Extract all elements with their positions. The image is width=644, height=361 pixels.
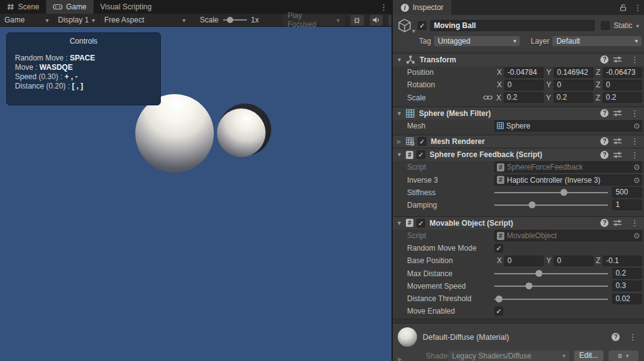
presets-icon[interactable]	[613, 152, 622, 158]
rotation-x-field[interactable]: 0	[504, 80, 544, 90]
damping-slider[interactable]	[494, 200, 608, 210]
max-distance-slider[interactable]	[494, 268, 608, 279]
random-move-mode-checkbox[interactable]	[494, 244, 503, 253]
material-foldout-icon[interactable]	[396, 356, 403, 361]
scale-slider[interactable]	[223, 16, 247, 24]
distance-threshold-slider[interactable]	[494, 294, 608, 304]
movement-speed-value-field[interactable]: 0.3	[612, 281, 642, 291]
shader-dropdown[interactable]: Legacy Shaders/Diffuse	[448, 350, 569, 361]
foldout-closed-icon[interactable]	[396, 138, 403, 145]
static-checkbox[interactable]	[601, 21, 610, 30]
tab-scene[interactable]: Scene	[0, 0, 46, 14]
base-position-x-field[interactable]: 0	[504, 256, 544, 266]
scale-slider-knob[interactable]	[227, 17, 233, 23]
shader-edit-button[interactable]: Edit...	[574, 350, 603, 361]
mesh-object-field[interactable]: Sphere	[494, 120, 642, 132]
scale-x-field[interactable]: 0.2	[504, 92, 544, 103]
foldout-open-icon[interactable]	[396, 110, 403, 117]
component-menu-icon[interactable]	[627, 55, 642, 64]
game-panel-menu-icon[interactable]	[376, 0, 392, 14]
gameobject-active-checkbox[interactable]	[418, 21, 426, 30]
stiffness-value-field[interactable]: 500	[612, 187, 642, 198]
base-position-z-field[interactable]: -0.1	[603, 256, 642, 266]
axis-y-label: Y	[546, 80, 551, 89]
foldout-open-icon[interactable]	[396, 220, 403, 226]
foldout-open-icon[interactable]	[396, 152, 403, 158]
max-distance-slider-knob[interactable]	[536, 270, 542, 277]
movement-speed-slider-knob[interactable]	[526, 282, 532, 289]
distance-threshold-slider-knob[interactable]	[496, 296, 502, 302]
game-viewport[interactable]: Controls Random Move : SPACE Move : WASD…	[0, 27, 392, 361]
constrain-proportions-link-icon[interactable]	[483, 95, 493, 100]
mesh-filter-header[interactable]: Sphere (Mesh Filter)	[393, 107, 644, 120]
display-dropdown[interactable]: Display 1	[53, 14, 99, 26]
component-menu-icon[interactable]	[627, 137, 642, 146]
help-icon[interactable]	[600, 151, 608, 159]
inspector-lock-button[interactable]	[617, 0, 630, 15]
mesh-renderer-enabled-checkbox[interactable]	[418, 137, 426, 146]
position-z-field[interactable]: -0.06473	[603, 67, 642, 78]
tab-visual-scripting[interactable]: Visual Scripting	[94, 0, 159, 14]
aspect-ratio-dropdown[interactable]: Free Aspect	[99, 14, 190, 26]
presets-icon[interactable]	[613, 219, 622, 226]
gameobject-name-field[interactable]: Moving Ball	[430, 20, 595, 31]
position-x-field[interactable]: -0.04784	[504, 67, 544, 78]
movable-object-header[interactable]: Movable Object (Script)	[393, 216, 644, 229]
distance-threshold-value-field[interactable]: 0.02	[612, 294, 642, 304]
help-icon[interactable]	[612, 333, 620, 341]
rotation-z-field[interactable]: 0	[603, 80, 642, 90]
object-picker-icon[interactable]	[633, 163, 640, 171]
inverse3-object-field[interactable]: Haptic Controller (Inverse 3)	[494, 175, 642, 186]
scale-z-field[interactable]: 0.2	[603, 92, 643, 103]
presets-icon[interactable]	[613, 110, 622, 117]
presets-icon[interactable]	[613, 138, 622, 145]
damping-slider-knob[interactable]	[529, 201, 536, 208]
presets-icon[interactable]	[613, 56, 622, 63]
max-distance-value-field[interactable]: 0.2	[612, 268, 642, 279]
material-list-button[interactable]	[608, 350, 638, 361]
transform-header[interactable]: Transform	[393, 53, 644, 66]
stiffness-slider-knob[interactable]	[560, 189, 567, 196]
material-header[interactable]: Default-Diffuse (Material)	[393, 324, 644, 347]
layer-dropdown[interactable]: Default	[552, 36, 642, 46]
position-y-field[interactable]: 0.146942	[554, 67, 593, 78]
rotation-y-field[interactable]: 0	[554, 80, 593, 90]
object-picker-icon[interactable]	[633, 122, 640, 130]
movement-speed-slider[interactable]	[494, 281, 608, 291]
mute-audio-button[interactable]	[370, 15, 383, 26]
help-icon[interactable]	[600, 219, 608, 227]
stiffness-slider[interactable]	[494, 187, 608, 198]
component-menu-icon[interactable]	[627, 218, 642, 228]
help-icon[interactable]	[600, 109, 608, 117]
move-enabled-checkbox[interactable]	[494, 307, 503, 315]
object-picker-icon[interactable]	[633, 231, 640, 240]
component-menu-icon[interactable]	[627, 150, 642, 160]
mesh-renderer-header[interactable]: Mesh Renderer	[393, 135, 644, 148]
inspector-menu-icon[interactable]	[630, 0, 644, 15]
tag-dropdown[interactable]: Untagged	[434, 36, 520, 46]
scale-y-field[interactable]: 0.2	[554, 92, 594, 103]
base-position-y-field[interactable]: 0	[554, 256, 593, 266]
tab-inspector[interactable]: Inspector	[393, 0, 451, 15]
stats-button-clipped[interactable]	[388, 15, 392, 26]
static-flags-dropdown-icon[interactable]	[636, 22, 639, 29]
gameobject-icon-selector[interactable]	[396, 18, 414, 33]
debug-bug-button[interactable]	[350, 15, 364, 26]
help-icon[interactable]	[600, 55, 608, 64]
help-icon[interactable]	[600, 137, 608, 145]
script-object-field[interactable]: SphereForceFeedback	[494, 161, 642, 173]
force-feedback-enabled-checkbox[interactable]	[416, 150, 425, 159]
foldout-open-icon[interactable]	[396, 57, 403, 63]
game-mode-dropdown[interactable]: Game	[0, 14, 53, 26]
script-object-field[interactable]: MovableObject	[494, 230, 642, 241]
object-picker-icon[interactable]	[633, 176, 640, 185]
force-feedback-header[interactable]: Sphere Force Feedback (Script)	[393, 148, 644, 161]
section-gap	[393, 211, 644, 216]
component-menu-icon[interactable]	[627, 108, 642, 118]
play-focused-dropdown[interactable]: Play Focused	[282, 15, 345, 26]
tab-game[interactable]: Game	[46, 0, 94, 14]
chevron-down-icon	[412, 27, 415, 34]
material-menu-icon[interactable]	[625, 332, 640, 342]
damping-value-field[interactable]: 1	[612, 200, 642, 210]
movable-object-enabled-checkbox[interactable]	[416, 219, 425, 228]
